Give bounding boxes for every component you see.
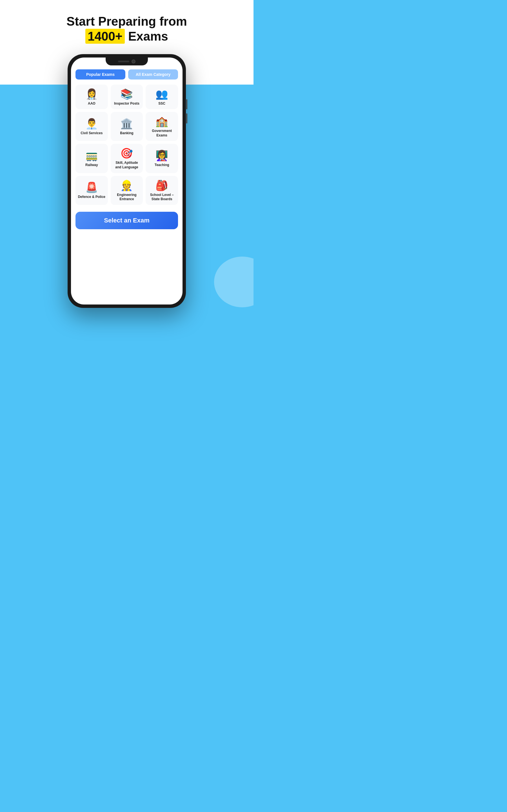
civil-services-label: Civil Services bbox=[80, 131, 103, 136]
exam-card-ssc[interactable]: 👥SSC bbox=[146, 85, 178, 109]
teaching-label: Teaching bbox=[155, 163, 169, 167]
phone-side-button-1 bbox=[186, 99, 187, 109]
banking-label: Banking bbox=[120, 131, 133, 136]
ssc-label: SSC bbox=[158, 101, 165, 106]
select-exam-wrap: Select an Exam bbox=[71, 208, 182, 235]
phone-screen: Popular Exams All Exam Category 👩‍⚕️AAO📚… bbox=[71, 57, 182, 305]
defence-police-icon: 🚨 bbox=[86, 183, 98, 193]
phone-mockup: Popular Exams All Exam Category 👩‍⚕️AAO📚… bbox=[68, 54, 186, 308]
engineering-entrance-label: Engineering Entrance bbox=[113, 193, 141, 202]
phone-notch bbox=[106, 57, 148, 65]
inspector-posts-icon: 📚 bbox=[120, 89, 133, 99]
tab-all-exam-category[interactable]: All Exam Category bbox=[128, 69, 178, 80]
school-level-icon: 🎒 bbox=[156, 181, 168, 191]
exam-card-government-exams[interactable]: 🏫Government Exams bbox=[146, 112, 178, 141]
school-level-label: School Level – State Boards bbox=[148, 193, 176, 202]
exam-grid: 👩‍⚕️AAO📚Inspector Posts👥SSC👨‍💼Civil Serv… bbox=[71, 82, 182, 208]
notch-camera bbox=[131, 59, 135, 63]
page-headline: Start Preparing from 1400+ Exams bbox=[66, 14, 187, 44]
exam-card-civil-services[interactable]: 👨‍💼Civil Services bbox=[75, 112, 108, 141]
exam-card-banking[interactable]: 🏛️Banking bbox=[111, 112, 143, 141]
railway-label: Railway bbox=[86, 163, 98, 167]
aao-icon: 👩‍⚕️ bbox=[86, 89, 98, 99]
exam-card-skill-aptitude[interactable]: 🎯Skill, Aptitude and Language bbox=[111, 144, 143, 173]
exam-card-engineering-entrance[interactable]: 👷Engineering Entrance bbox=[111, 176, 143, 205]
railway-icon: 🚃 bbox=[86, 151, 98, 161]
tab-popular-exams[interactable]: Popular Exams bbox=[75, 69, 125, 80]
government-exams-label: Government Exams bbox=[148, 129, 176, 138]
skill-aptitude-icon: 🎯 bbox=[120, 148, 133, 158]
tab-bar: Popular Exams All Exam Category bbox=[71, 65, 182, 82]
exam-card-inspector-posts[interactable]: 📚Inspector Posts bbox=[111, 85, 143, 109]
ssc-icon: 👥 bbox=[156, 89, 168, 99]
engineering-entrance-icon: 👷 bbox=[120, 181, 133, 191]
exam-card-railway[interactable]: 🚃Railway bbox=[75, 144, 108, 173]
exam-card-teaching[interactable]: 👩‍🏫Teaching bbox=[146, 144, 178, 173]
defence-police-label: Defence & Police bbox=[78, 195, 105, 199]
notch-speaker bbox=[118, 61, 129, 62]
government-exams-icon: 🏫 bbox=[156, 116, 168, 126]
civil-services-icon: 👨‍💼 bbox=[86, 119, 98, 129]
exam-card-defence-police[interactable]: 🚨Defence & Police bbox=[75, 176, 108, 205]
phone-side-button-2 bbox=[186, 113, 187, 123]
skill-aptitude-label: Skill, Aptitude and Language bbox=[113, 161, 141, 169]
headline-line2: 1400+ Exams bbox=[66, 29, 187, 44]
exam-card-aao[interactable]: 👩‍⚕️AAO bbox=[75, 85, 108, 109]
exam-card-school-level[interactable]: 🎒School Level – State Boards bbox=[146, 176, 178, 205]
headline-line1: Start Preparing from bbox=[66, 14, 187, 29]
highlight-text: 1400+ bbox=[86, 29, 125, 44]
select-exam-button[interactable]: Select an Exam bbox=[75, 212, 178, 229]
banking-icon: 🏛️ bbox=[120, 119, 133, 129]
aao-label: AAO bbox=[88, 101, 96, 106]
inspector-posts-label: Inspector Posts bbox=[114, 101, 139, 106]
teaching-icon: 👩‍🏫 bbox=[156, 151, 168, 161]
